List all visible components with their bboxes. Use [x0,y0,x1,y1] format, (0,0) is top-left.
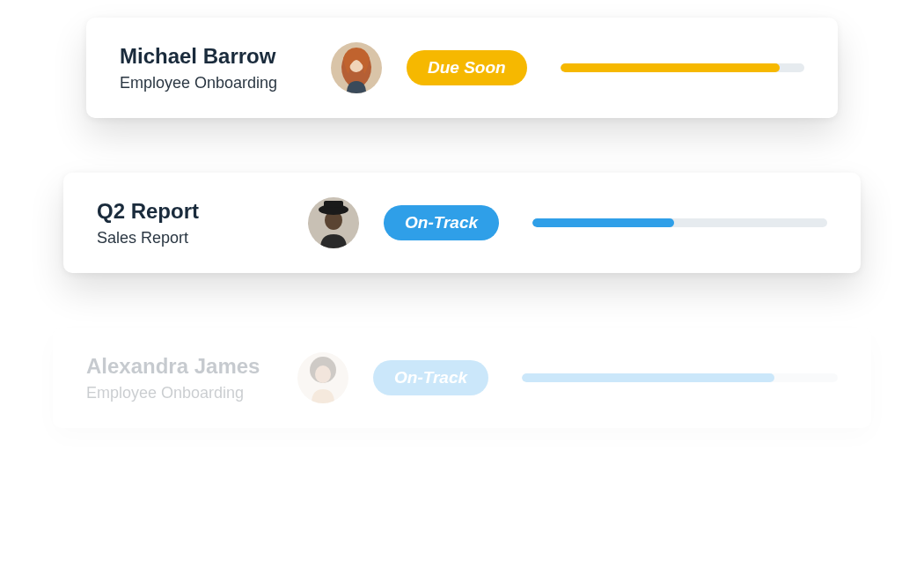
svg-point-7 [324,201,343,208]
progress-fill [532,218,674,227]
svg-point-10 [315,365,331,383]
task-info: Q2 Report Sales Report [97,199,308,247]
progress-fill [561,63,781,72]
task-title: Michael Barrow [120,44,331,69]
status-badge: On-Track [373,360,488,395]
task-info: Alexandra James Employee Onboarding [86,354,297,402]
avatar [331,42,382,93]
progress-bar [561,63,804,72]
task-subtitle: Sales Report [97,229,308,247]
task-subtitle: Employee Onboarding [86,384,297,402]
progress-bar [522,373,838,382]
avatar [297,352,348,403]
status-badge: Due Soon [407,50,527,85]
task-title: Q2 Report [97,199,308,224]
task-title: Alexandra James [86,354,297,379]
task-subtitle: Employee Onboarding [120,74,331,92]
progress-fill [522,373,774,382]
task-info: Michael Barrow Employee Onboarding [120,44,331,92]
task-card[interactable]: Michael Barrow Employee Onboarding Due S… [86,18,838,118]
progress-bar [532,218,827,227]
avatar [308,197,359,248]
status-badge: On-Track [384,205,499,240]
task-card[interactable]: Q2 Report Sales Report On-Track [63,173,861,273]
task-card[interactable]: Alexandra James Employee Onboarding On-T… [53,328,871,428]
